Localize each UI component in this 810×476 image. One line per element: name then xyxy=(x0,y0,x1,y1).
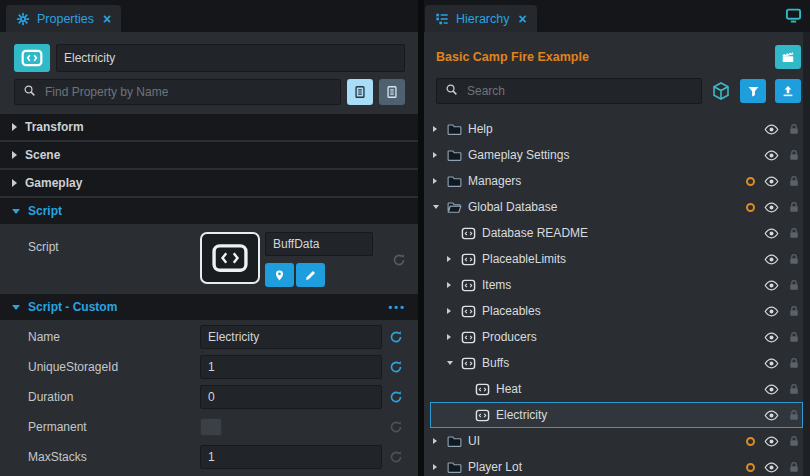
hierarchy-body: Basic Camp Fire Example xyxy=(424,32,810,476)
expand-arrow-icon[interactable] xyxy=(447,256,461,262)
uniquestorageid-input[interactable] xyxy=(200,355,382,379)
publish-button[interactable] xyxy=(775,79,801,103)
visibility-eye-icon[interactable] xyxy=(764,148,779,163)
hierarchy-row[interactable]: Database README xyxy=(430,220,803,246)
visibility-eye-icon[interactable] xyxy=(764,200,779,215)
tab-properties[interactable]: Properties × xyxy=(6,5,121,32)
close-icon[interactable]: × xyxy=(519,12,527,26)
visibility-eye-icon[interactable] xyxy=(764,174,779,189)
paste-properties-button[interactable] xyxy=(379,79,405,105)
hierarchy-row[interactable]: Player Lot xyxy=(430,454,803,476)
script-value-input[interactable] xyxy=(265,232,373,256)
visibility-eye-icon[interactable] xyxy=(764,304,779,319)
lock-icon[interactable] xyxy=(788,123,800,135)
expand-arrow-icon[interactable] xyxy=(433,464,447,470)
visibility-eye-icon[interactable] xyxy=(764,330,779,345)
hierarchy-row[interactable]: Global Database xyxy=(430,194,803,220)
hierarchy-search-input[interactable] xyxy=(465,83,693,99)
docked-panel-icon[interactable] xyxy=(785,7,802,24)
hierarchy-row[interactable]: Items xyxy=(430,272,803,298)
cinematic-button[interactable] xyxy=(775,45,801,69)
hierarchy-item-label: Items xyxy=(482,278,511,292)
expand-arrow-icon[interactable] xyxy=(433,178,447,184)
lock-icon[interactable] xyxy=(788,461,800,473)
hierarchy-row[interactable]: UI xyxy=(430,428,803,454)
section-scene[interactable]: Scene xyxy=(0,142,418,168)
visibility-eye-icon[interactable] xyxy=(764,356,779,371)
hierarchy-row[interactable]: PlaceableLimits xyxy=(430,246,803,272)
hierarchy-tree: HelpGameplay SettingsManagersGlobal Data… xyxy=(424,116,810,476)
lock-icon[interactable] xyxy=(788,201,800,213)
expand-arrow-icon[interactable] xyxy=(447,282,461,288)
visibility-eye-icon[interactable] xyxy=(764,460,779,475)
lock-icon[interactable] xyxy=(788,383,800,395)
search-icon xyxy=(445,83,458,99)
lock-icon[interactable] xyxy=(788,279,800,291)
cube-icon[interactable] xyxy=(711,81,731,101)
hierarchy-row[interactable]: Electricity xyxy=(430,402,803,428)
lock-icon[interactable] xyxy=(788,305,800,317)
hierarchy-row[interactable]: Help xyxy=(430,116,803,142)
hierarchy-row[interactable]: Placeables xyxy=(430,298,803,324)
expand-arrow-icon[interactable] xyxy=(433,126,447,132)
visibility-eye-icon[interactable] xyxy=(764,408,779,423)
hierarchy-item-label: Player Lot xyxy=(468,460,522,474)
section-menu-button[interactable]: ••• xyxy=(388,301,406,313)
scrollbar-track[interactable] xyxy=(803,32,810,476)
lock-icon[interactable] xyxy=(788,253,800,265)
reset-icon[interactable] xyxy=(386,390,406,404)
expand-arrow-icon[interactable] xyxy=(447,334,461,340)
lock-icon[interactable] xyxy=(788,331,800,343)
reset-icon[interactable] xyxy=(386,330,406,344)
hierarchy-row[interactable]: Buffs xyxy=(430,350,803,376)
close-icon[interactable]: × xyxy=(103,12,111,26)
hierarchy-row[interactable]: Gameplay Settings xyxy=(430,142,803,168)
hierarchy-row[interactable]: Producers xyxy=(430,324,803,350)
find-script-button[interactable] xyxy=(265,263,294,287)
section-script-custom[interactable]: Script - Custom ••• xyxy=(0,294,418,320)
visibility-eye-icon[interactable] xyxy=(764,434,779,449)
property-search-input[interactable] xyxy=(43,84,332,100)
lock-icon[interactable] xyxy=(788,227,800,239)
maxstacks-input[interactable] xyxy=(200,445,382,469)
expand-arrow-icon[interactable] xyxy=(433,152,447,158)
hierarchy-row[interactable]: Managers xyxy=(430,168,803,194)
visibility-eye-icon[interactable] xyxy=(764,226,779,241)
permanent-checkbox[interactable] xyxy=(200,418,222,436)
property-search-box[interactable] xyxy=(14,79,341,105)
expand-arrow-icon[interactable] xyxy=(433,205,447,209)
edit-script-button[interactable] xyxy=(296,263,325,287)
expand-arrow-icon[interactable] xyxy=(447,308,461,314)
visibility-eye-icon[interactable] xyxy=(764,122,779,137)
visibility-eye-icon[interactable] xyxy=(764,382,779,397)
section-transform[interactable]: Transform xyxy=(0,114,418,140)
object-name-input[interactable] xyxy=(56,44,405,72)
reset-icon xyxy=(386,450,406,464)
script-asset-icon[interactable] xyxy=(200,232,260,284)
lock-icon[interactable] xyxy=(788,149,800,161)
folder-icon xyxy=(447,434,464,449)
expand-arrow-icon[interactable] xyxy=(433,438,447,444)
filter-button[interactable] xyxy=(740,79,766,103)
section-script[interactable]: Script xyxy=(0,198,418,224)
reset-icon[interactable] xyxy=(386,360,406,374)
lock-icon[interactable] xyxy=(788,357,800,369)
lock-icon[interactable] xyxy=(788,175,800,187)
name-input[interactable] xyxy=(200,325,382,349)
hierarchy-search-box[interactable] xyxy=(436,78,702,104)
duration-input[interactable] xyxy=(200,385,382,409)
hierarchy-root-title[interactable]: Basic Camp Fire Example xyxy=(436,50,589,64)
expand-arrow-icon[interactable] xyxy=(447,361,461,365)
lock-icon[interactable] xyxy=(788,435,800,447)
tab-hierarchy[interactable]: Hierarchy × xyxy=(425,5,537,32)
hierarchy-tabbar: Hierarchy × xyxy=(424,0,810,32)
lock-icon[interactable] xyxy=(788,409,800,421)
expanded-arrow-icon xyxy=(12,305,20,310)
script-icon xyxy=(461,356,478,371)
copy-properties-button[interactable] xyxy=(347,79,373,105)
section-gameplay[interactable]: Gameplay xyxy=(0,170,418,196)
properties-tabbar: Properties × xyxy=(0,0,418,32)
hierarchy-row[interactable]: Heat xyxy=(430,376,803,402)
visibility-eye-icon[interactable] xyxy=(764,278,779,293)
visibility-eye-icon[interactable] xyxy=(764,252,779,267)
